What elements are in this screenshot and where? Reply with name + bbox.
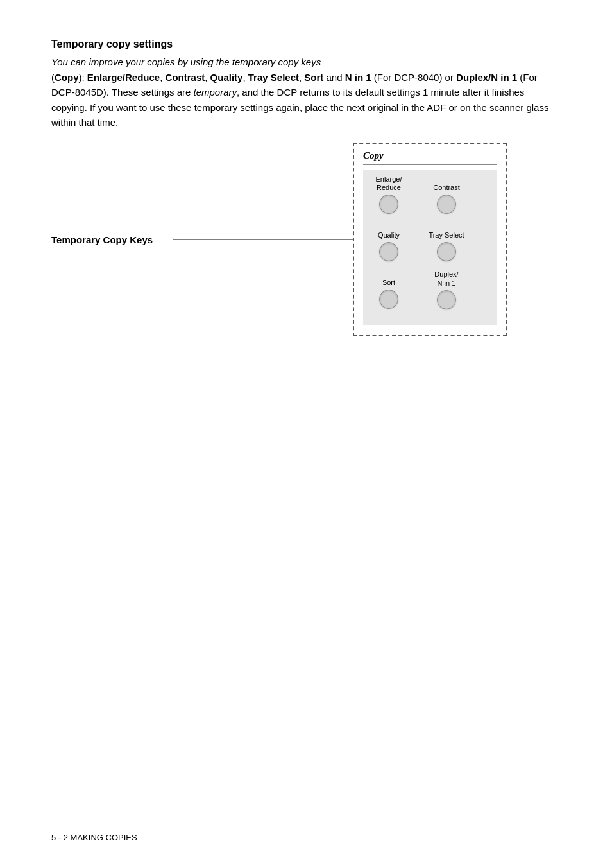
temp-copy-keys-label: Temporary Copy Keys (51, 234, 153, 245)
arrow-line (173, 239, 353, 239)
quality-button[interactable] (379, 242, 398, 261)
enlarge-reduce-item: Enlarge/Reduce (370, 175, 408, 214)
duplex-n-in-1-keyword: Duplex/N in 1 (456, 72, 517, 83)
quality-keyword: Quality (210, 72, 243, 83)
temporary-word: temporary (194, 87, 237, 98)
enlarge-reduce-keyword: Enlarge/Reduce (87, 72, 160, 83)
button-row-1: Enlarge/Reduce Contrast (370, 175, 490, 214)
enlarge-reduce-button[interactable] (379, 195, 398, 214)
copy-panel-title: Copy (363, 150, 497, 165)
body-paragraph: (Copy): Enlarge/Reduce, Contrast, Qualit… (51, 70, 561, 130)
duplex-n-in-1-item: Duplex/N in 1 (427, 270, 466, 309)
section-title: Temporary copy settings (51, 39, 561, 50)
copy-keyword: Copy (55, 72, 79, 83)
diagram-area: Temporary Copy Keys Copy Enlarge/Reduce … (51, 143, 561, 336)
tray-select-button[interactable] (437, 242, 456, 261)
sort-item: Sort (370, 270, 408, 309)
quality-label: Quality (378, 223, 400, 239)
tray-select-keyword: Tray Select (248, 72, 299, 83)
tray-select-label: Tray Select (429, 223, 464, 239)
contrast-keyword: Contrast (166, 72, 205, 83)
sort-keyword: Sort (304, 72, 323, 83)
enlarge-reduce-label: Enlarge/Reduce (376, 175, 402, 192)
sort-button[interactable] (379, 290, 398, 309)
button-row-2: Quality Tray Select (370, 223, 490, 261)
n-in-1-keyword: N in 1 (345, 72, 371, 83)
quality-item: Quality (370, 223, 408, 261)
page-footer: 5 - 2 MAKING COPIES (51, 833, 137, 842)
contrast-item: Contrast (427, 175, 466, 214)
page-content: Temporary copy settings You can improve … (0, 0, 612, 394)
tray-select-item: Tray Select (427, 223, 466, 261)
contrast-label: Contrast (433, 175, 460, 192)
copy-panel-inner: Enlarge/Reduce Contrast Quality (363, 170, 497, 325)
duplex-n-in-1-button[interactable] (437, 290, 456, 309)
copy-panel: Copy Enlarge/Reduce Contrast (353, 143, 507, 336)
contrast-button[interactable] (437, 195, 456, 214)
sort-label: Sort (382, 270, 395, 287)
intro-paragraph: You can improve your copies by using the… (51, 56, 561, 67)
button-row-3: Sort Duplex/N in 1 (370, 270, 490, 309)
duplex-n-in-1-label: Duplex/N in 1 (434, 270, 458, 287)
